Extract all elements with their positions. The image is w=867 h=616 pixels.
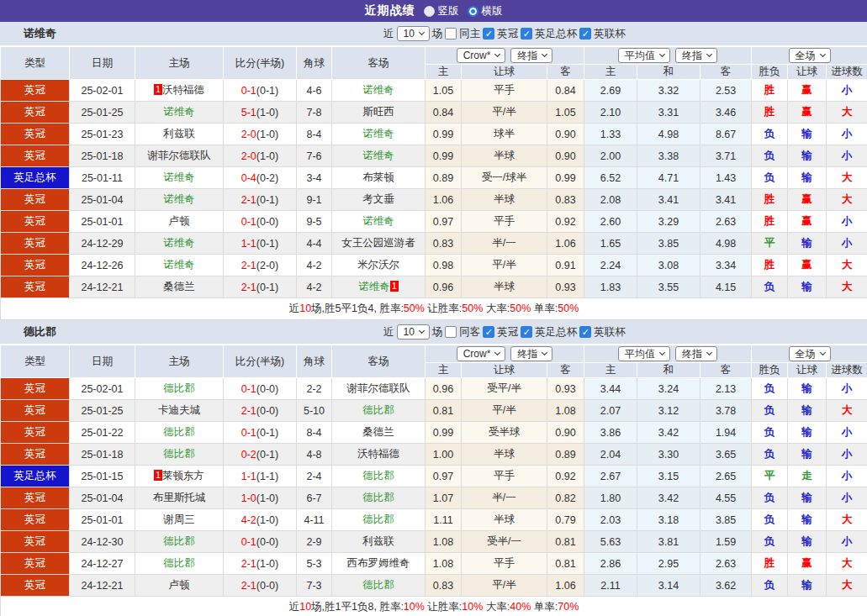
team-sections-container: 诺维奇近10场同主✓英冠✓英足总杯✓英联杯类型日期主场比分(半场)角球客场Cro… xyxy=(0,22,867,616)
near-count-dropdown[interactable]: 10 xyxy=(397,324,430,340)
odds-col-header-0: 主 xyxy=(426,363,462,378)
radio-option-vertical[interactable]: 竖版 xyxy=(424,4,459,18)
cell-match-type: 英冠 xyxy=(1,124,70,145)
cell-handicap-result: 输 xyxy=(788,422,827,444)
home-team-name: 诺维奇 xyxy=(163,171,195,183)
cell-score: 5-1(1-0) xyxy=(224,102,297,124)
cell-home-team: 德比郡 xyxy=(135,531,224,553)
cell-goals-result: 小 xyxy=(827,466,867,487)
chevron-down-icon xyxy=(542,350,547,355)
league-checkbox-2[interactable]: ✓ xyxy=(579,326,591,338)
cell-score: 1-1(0-1) xyxy=(224,233,297,255)
cell-result: 负 xyxy=(752,378,788,400)
cell-avg-draw: 3.42 xyxy=(637,487,700,509)
radio-vertical-icon[interactable] xyxy=(424,6,435,17)
cell-crow-home: 0.99 xyxy=(426,422,462,444)
final-odds-dropdown-2[interactable]: 终指 xyxy=(675,346,717,361)
cell-result: 负 xyxy=(752,509,788,531)
filter-controls: 近10场同主✓英冠✓英足总杯✓英联杯 xyxy=(383,26,626,41)
home-team-name: 诺维奇 xyxy=(163,259,195,271)
fulltime-score: 2-1 xyxy=(241,558,256,570)
radio-option-horizontal[interactable]: 横版 xyxy=(468,4,503,18)
cell-avg-away: 3.34 xyxy=(700,255,752,276)
cell-avg-draw: 3.42 xyxy=(637,422,700,444)
cell-crow-home: 1.11 xyxy=(426,509,462,531)
cell-away-team: 女王公园巡游者 xyxy=(332,233,426,255)
home-team-name: 卢顿 xyxy=(169,215,190,227)
near-count-dropdown-value: 10 xyxy=(404,327,415,337)
cell-away-team: 桑德兰 xyxy=(332,422,426,444)
cell-score: 0-2(0-1) xyxy=(224,444,297,466)
recent-results-page: 近期战绩 竖版 横版 诺维奇近10场同主✓英冠✓英足总杯✓英联杯类型日期主场比分… xyxy=(0,0,867,616)
cell-crow-home: 1.08 xyxy=(426,531,462,553)
summary-segment: 50% xyxy=(404,303,425,314)
cell-score: 0-1(0-0) xyxy=(224,531,297,553)
away-team-name: 斯旺西 xyxy=(362,106,394,118)
cell-match-type: 英冠 xyxy=(1,422,70,444)
away-team-name: 西布罗姆维奇 xyxy=(347,557,410,569)
cell-handicap-line: 平手 xyxy=(462,466,547,487)
cell-crow-away: 0.83 xyxy=(547,189,584,211)
fulltime-dropdown[interactable]: 全场 xyxy=(789,346,831,361)
final-odds-dropdown-2[interactable]: 终指 xyxy=(675,48,717,63)
cell-crow-away: 0.99 xyxy=(547,167,584,189)
cell-home-team: 1沃特福德 xyxy=(135,80,224,102)
cell-match-type: 英冠 xyxy=(1,211,70,233)
cell-crow-away: 1.06 xyxy=(547,233,584,255)
cell-away-team: 德比郡 xyxy=(332,575,426,597)
near-count-dropdown[interactable]: 10 xyxy=(397,26,430,41)
fulltime-score: 2-1 xyxy=(241,580,256,592)
league-checkbox-1[interactable]: ✓ xyxy=(521,28,532,39)
crow-dropdown[interactable]: Crow* xyxy=(457,48,506,63)
cell-away-team: 诺维奇1 xyxy=(332,276,426,298)
fulltime-score: 0-1 xyxy=(241,427,256,439)
cell-result: 负 xyxy=(752,531,788,553)
summary-row: 近10场,胜1平1负8, 胜率:10% 让胜率:10% 大率:40% 单率:70… xyxy=(1,597,867,616)
cell-away-team: 德比郡 xyxy=(332,466,426,487)
crow-dropdown[interactable]: Crow* xyxy=(457,346,506,361)
cell-avg-away: 3.62 xyxy=(700,575,752,597)
cell-result: 胜 xyxy=(752,255,788,276)
radio-vertical-label: 竖版 xyxy=(438,4,459,18)
cell-match-type: 英冠 xyxy=(1,444,70,466)
league-checkbox-0[interactable]: ✓ xyxy=(483,28,494,39)
cell-home-team: 诺维奇 xyxy=(135,167,224,189)
cell-crow-away: 0.92 xyxy=(547,466,584,487)
cell-goals-result: 大 xyxy=(827,102,867,124)
fulltime-dropdown[interactable]: 全场 xyxy=(789,48,831,63)
halftime-score: (0-2) xyxy=(256,172,278,184)
halftime-score: (1-0) xyxy=(256,558,278,570)
same-venue-checkbox[interactable] xyxy=(445,28,457,39)
summary-segment: 70% xyxy=(558,601,579,613)
summary-text: 近10场,胜1平1负8, 胜率:10% 让胜率:10% 大率:40% 单率:70… xyxy=(1,597,867,616)
final-odds-dropdown[interactable]: 终指 xyxy=(510,346,552,361)
league-checkbox-1[interactable]: ✓ xyxy=(521,326,532,338)
cell-corners: 4-2 xyxy=(297,255,332,276)
cell-avg-away: 2.63 xyxy=(700,211,752,233)
radio-horizontal-icon[interactable] xyxy=(468,6,478,17)
cell-avg-away: 8.67 xyxy=(700,124,752,145)
fulltime-dropdown-wrap: 全场 xyxy=(752,346,867,361)
away-team-name: 诺维奇 xyxy=(362,215,394,227)
cell-avg-draw: 3.81 xyxy=(637,531,700,553)
cell-corners: 4-6 xyxy=(297,80,332,102)
cell-score: 2-0(1-0) xyxy=(224,145,297,167)
league-checkbox-2[interactable]: ✓ xyxy=(579,28,591,39)
fulltime-score: 5-1 xyxy=(241,107,256,118)
average-dropdown[interactable]: 平均值 xyxy=(618,346,670,361)
cell-corners: 7-8 xyxy=(297,102,332,124)
halftime-score: (0-0) xyxy=(256,405,278,417)
league-checkbox-0[interactable]: ✓ xyxy=(483,326,494,338)
final-odds-dropdown[interactable]: 终指 xyxy=(510,48,552,63)
cell-handicap-line: 半/一 xyxy=(462,487,547,509)
cell-avg-home: 2.60 xyxy=(584,211,637,233)
cell-away-team: 谢菲尔德联队 xyxy=(332,378,426,400)
cell-avg-home: 2.86 xyxy=(584,553,637,575)
match-row: 英冠25-01-04诺维奇2-1(0-1)9-1考文垂1.06半球0.832.0… xyxy=(1,189,867,211)
cell-goals-result: 小 xyxy=(827,531,867,553)
same-venue-checkbox[interactable] xyxy=(445,326,457,338)
cell-score: 0-1(0-0) xyxy=(224,378,297,400)
average-dropdown[interactable]: 平均值 xyxy=(618,48,670,63)
fulltime-score: 0-1 xyxy=(241,536,256,548)
cell-result: 负 xyxy=(752,167,788,189)
